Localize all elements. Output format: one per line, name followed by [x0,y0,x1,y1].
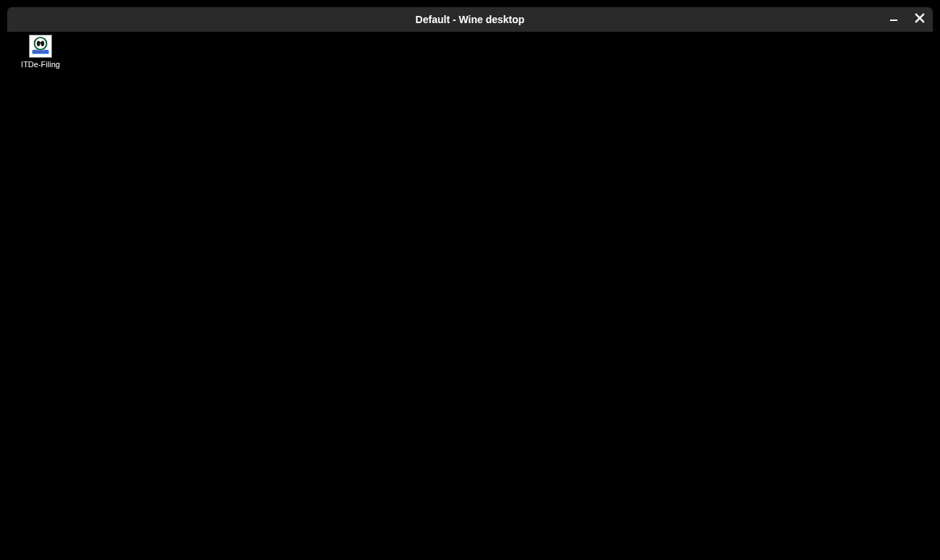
svg-point-10 [40,51,41,53]
titlebar[interactable]: Default - Wine desktop [7,7,933,32]
minimize-button[interactable] [886,12,901,27]
close-icon [915,13,925,26]
desktop-area[interactable]: ITDe-Filing [7,32,933,560]
minimize-icon [890,13,897,26]
wine-desktop-window: Default - Wine desktop [7,7,933,560]
desktop-icon-itde-filing[interactable]: ITDe-Filing [13,35,68,69]
close-button[interactable] [913,12,927,27]
itde-filing-app-icon [29,35,52,58]
svg-point-11 [44,51,46,53]
desktop-icon-label: ITDe-Filing [21,60,60,69]
svg-point-9 [35,51,37,53]
svg-rect-3 [30,35,51,57]
titlebar-controls [886,7,927,32]
svg-rect-7 [38,42,43,43]
window-title: Default - Wine desktop [416,14,525,25]
